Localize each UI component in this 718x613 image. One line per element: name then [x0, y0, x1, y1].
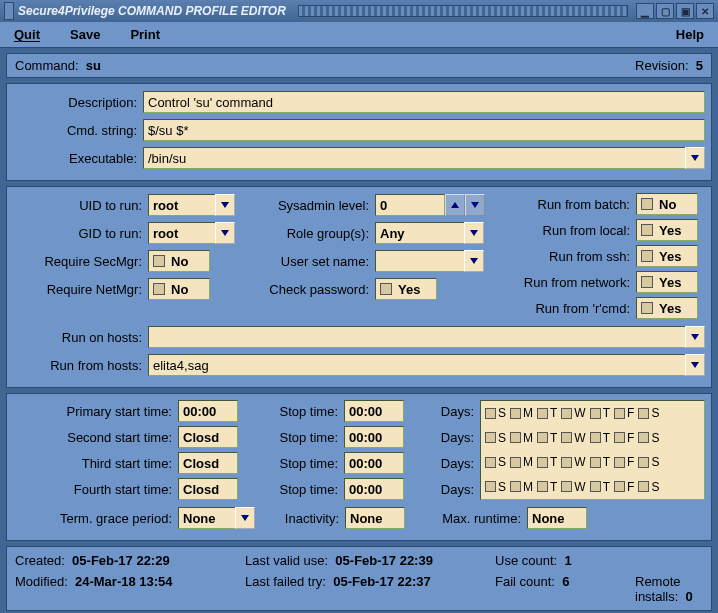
usersetname-dropdown-icon[interactable]	[464, 250, 484, 272]
run-batch-label: Run from batch:	[538, 197, 637, 212]
reqsecmgr-toggle[interactable]: No	[148, 250, 210, 272]
day-checkbox[interactable]: M	[510, 480, 533, 494]
executable-dropdown-icon[interactable]	[685, 147, 705, 169]
inactivity-input[interactable]: None	[345, 507, 405, 529]
rolegroups-dropdown-icon[interactable]	[464, 222, 484, 244]
primary-stop-label: Stop time:	[254, 404, 344, 419]
day-checkbox[interactable]: M	[510, 455, 533, 469]
third-start-label: Third start time:	[13, 456, 178, 471]
svg-marker-6	[470, 258, 478, 264]
days-grid: SMTWTFS SMTWTFS SMTWTFS SMTWTFS	[480, 400, 705, 500]
day-checkbox[interactable]: F	[614, 480, 634, 494]
days-row-1: SMTWTFS	[485, 403, 700, 424]
day-checkbox[interactable]: T	[537, 480, 557, 494]
close-button[interactable]: ✕	[696, 3, 714, 19]
day-checkbox[interactable]: S	[485, 431, 506, 445]
sysmenu-button[interactable]	[4, 2, 14, 20]
day-checkbox[interactable]: F	[614, 431, 634, 445]
minimize-button[interactable]: ▁	[636, 3, 654, 19]
day-checkbox[interactable]: S	[485, 406, 506, 420]
sysadmin-down-icon[interactable]	[465, 194, 485, 216]
run-from-dropdown-icon[interactable]	[685, 354, 705, 376]
run-network-toggle[interactable]: Yes	[636, 271, 698, 293]
term-grace-input[interactable]: None	[178, 507, 236, 529]
menu-quit[interactable]: Quit	[14, 27, 40, 42]
modified-label: Modified:	[15, 574, 68, 589]
cmd-string-input[interactable]: $/su $*	[143, 119, 705, 141]
run-from-input[interactable]: elita4,sag	[148, 354, 686, 376]
uid-input[interactable]: root	[148, 194, 216, 216]
second-stop-label: Stop time:	[254, 430, 344, 445]
days-row-2: SMTWTFS	[485, 428, 700, 449]
fourth-start-label: Fourth start time:	[13, 482, 178, 497]
checkpw-toggle[interactable]: Yes	[375, 278, 437, 300]
run-ssh-toggle[interactable]: Yes	[636, 245, 698, 267]
run-rcmd-toggle[interactable]: Yes	[636, 297, 698, 319]
day-checkbox[interactable]: S	[638, 431, 659, 445]
primary-start-label: Primary start time:	[13, 404, 178, 419]
day-checkbox[interactable]: T	[537, 455, 557, 469]
run-local-toggle[interactable]: Yes	[636, 219, 698, 241]
menu-save[interactable]: Save	[70, 27, 100, 42]
gid-label: GID to run:	[13, 226, 148, 241]
day-checkbox[interactable]: S	[638, 455, 659, 469]
day-checkbox[interactable]: F	[614, 406, 634, 420]
day-checkbox[interactable]: T	[537, 431, 557, 445]
day-checkbox[interactable]: W	[561, 480, 585, 494]
rolegroups-input[interactable]: Any	[375, 222, 465, 244]
svg-marker-5	[470, 230, 478, 236]
day-checkbox[interactable]: F	[614, 455, 634, 469]
second-start-input[interactable]: Closd	[178, 426, 238, 448]
primary-stop-input[interactable]: 00:00	[344, 400, 404, 422]
day-checkbox[interactable]: T	[590, 455, 610, 469]
second-stop-input[interactable]: 00:00	[344, 426, 404, 448]
gid-dropdown-icon[interactable]	[215, 222, 235, 244]
rolegroups-label: Role group(s):	[257, 226, 375, 241]
day-checkbox[interactable]: M	[510, 406, 533, 420]
window-title: Secure4Privilege COMMAND PROFILE EDITOR	[18, 4, 292, 18]
title-drag-area[interactable]	[298, 5, 628, 17]
day-checkbox[interactable]: T	[590, 431, 610, 445]
day-checkbox[interactable]: S	[485, 480, 506, 494]
third-stop-input[interactable]: 00:00	[344, 452, 404, 474]
sysadmin-input[interactable]: 0	[375, 194, 445, 216]
menu-print[interactable]: Print	[130, 27, 160, 42]
restore-button[interactable]: ▣	[676, 3, 694, 19]
usersetname-input[interactable]	[375, 250, 465, 272]
day-checkbox[interactable]: W	[561, 431, 585, 445]
day-checkbox[interactable]: M	[510, 431, 533, 445]
menu-help[interactable]: Help	[676, 27, 704, 42]
day-checkbox[interactable]: W	[561, 406, 585, 420]
maximize-button[interactable]: ▢	[656, 3, 674, 19]
day-checkbox[interactable]: T	[537, 406, 557, 420]
fourth-stop-input[interactable]: 00:00	[344, 478, 404, 500]
inactivity-label: Inactivity:	[255, 511, 345, 526]
sysadmin-up-icon[interactable]	[445, 194, 465, 216]
run-batch-toggle[interactable]: No	[636, 193, 698, 215]
day-checkbox[interactable]: S	[485, 455, 506, 469]
term-grace-dropdown-icon[interactable]	[235, 507, 255, 529]
fourth-start-input[interactable]: Closd	[178, 478, 238, 500]
reqnetmgr-toggle[interactable]: No	[148, 278, 210, 300]
gid-input[interactable]: root	[148, 222, 216, 244]
run-on-input[interactable]	[148, 326, 686, 348]
executable-input[interactable]: /bin/su	[143, 147, 686, 169]
reqsecmgr-label: Require SecMgr:	[13, 254, 148, 269]
day-checkbox[interactable]: T	[590, 406, 610, 420]
days-row-3: SMTWTFS	[485, 452, 700, 473]
third-start-input[interactable]: Closd	[178, 452, 238, 474]
run-on-dropdown-icon[interactable]	[685, 326, 705, 348]
day-checkbox[interactable]: W	[561, 455, 585, 469]
usersetname-label: User set name:	[257, 254, 375, 269]
svg-marker-3	[451, 202, 459, 208]
max-runtime-input[interactable]: None	[527, 507, 587, 529]
uid-dropdown-icon[interactable]	[215, 194, 235, 216]
lastfail-label: Last failed try:	[245, 574, 326, 589]
day-checkbox[interactable]: S	[638, 480, 659, 494]
days-label-3: Days:	[420, 456, 480, 471]
svg-marker-1	[221, 202, 229, 208]
description-input[interactable]: Control 'su' command	[143, 91, 705, 113]
day-checkbox[interactable]: S	[638, 406, 659, 420]
day-checkbox[interactable]: T	[590, 480, 610, 494]
primary-start-input[interactable]: 00:00	[178, 400, 238, 422]
